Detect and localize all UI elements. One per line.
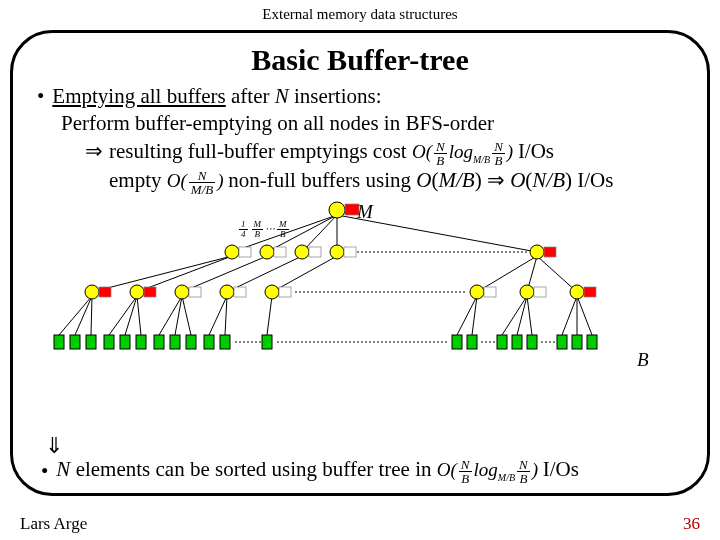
text-resulting: resulting full-buffer emptyings cost <box>109 139 412 163</box>
text-ios3: I/Os <box>543 457 579 481</box>
svg-point-46 <box>85 285 99 299</box>
text-N2: N <box>56 457 70 481</box>
line-2: Perform buffer-emptying on all nodes in … <box>61 110 683 137</box>
footer-author: Lars Arge <box>20 514 87 534</box>
line-3: ⇒ resulting full-buffer emptyings cost O… <box>85 138 683 167</box>
svg-rect-51 <box>189 287 201 297</box>
svg-rect-69 <box>154 335 164 349</box>
svg-line-22 <box>209 296 227 335</box>
svg-point-52 <box>220 285 234 299</box>
svg-rect-62 <box>584 287 596 297</box>
svg-rect-82 <box>527 335 537 349</box>
down-double-arrow-icon: ⇓ <box>45 433 63 459</box>
svg-line-16 <box>109 296 137 335</box>
implies-arrow-icon: ⇒ <box>85 138 103 167</box>
svg-line-14 <box>75 296 92 335</box>
svg-rect-85 <box>572 335 582 349</box>
bullet-2: • N elements can be sorted using buffer … <box>41 457 579 485</box>
svg-point-50 <box>175 285 189 299</box>
svg-line-28 <box>517 296 527 335</box>
svg-rect-67 <box>120 335 130 349</box>
svg-rect-55 <box>279 287 291 297</box>
svg-point-48 <box>130 285 144 299</box>
text-N: N <box>275 84 289 108</box>
svg-line-12 <box>537 256 577 292</box>
svg-rect-78 <box>467 335 477 349</box>
formula-sort: O(NBlogM/BNB) <box>437 459 543 480</box>
svg-line-29 <box>527 296 532 335</box>
text-sorted: elements can be sorted using buffer tree… <box>70 457 436 481</box>
svg-rect-68 <box>136 335 146 349</box>
svg-line-15 <box>91 296 92 335</box>
svg-rect-66 <box>104 335 114 349</box>
svg-rect-53 <box>234 287 246 297</box>
tree-diagram: 14MB⋯MB <box>37 200 697 370</box>
svg-line-30 <box>562 296 577 335</box>
text-MB: M/B <box>438 168 474 192</box>
svg-point-59 <box>520 285 534 299</box>
svg-line-13 <box>59 296 92 335</box>
svg-rect-42 <box>344 247 356 257</box>
text-NB: N/B <box>532 168 565 192</box>
svg-rect-36 <box>239 247 251 257</box>
svg-point-37 <box>260 245 274 259</box>
label-M: M <box>357 200 373 225</box>
svg-rect-72 <box>204 335 214 349</box>
slide-title: Basic Buffer-tree <box>13 43 707 77</box>
svg-point-39 <box>295 245 309 259</box>
page-header: External memory data structures <box>0 0 720 23</box>
svg-rect-58 <box>484 287 496 297</box>
slide-frame: Basic Buffer-tree • Emptying all buffers… <box>10 30 710 496</box>
svg-point-61 <box>570 285 584 299</box>
svg-point-54 <box>265 285 279 299</box>
svg-point-57 <box>470 285 484 299</box>
svg-line-9 <box>272 256 337 292</box>
footer-page-number: 36 <box>683 514 700 534</box>
svg-point-35 <box>225 245 239 259</box>
svg-line-5 <box>92 256 232 292</box>
svg-rect-73 <box>220 335 230 349</box>
formula-cost: O(NBlogM/BNB) <box>412 141 518 162</box>
svg-rect-40 <box>309 247 321 257</box>
text-O2: O <box>416 168 431 192</box>
text-ios1: I/Os <box>518 139 554 163</box>
svg-line-32 <box>577 296 592 335</box>
svg-rect-86 <box>587 335 597 349</box>
svg-point-44 <box>530 245 544 259</box>
svg-line-21 <box>182 296 191 335</box>
svg-rect-80 <box>497 335 507 349</box>
tree-svg: 14MB⋯MB <box>37 200 697 370</box>
svg-rect-75 <box>262 335 272 349</box>
svg-rect-49 <box>144 287 156 297</box>
svg-rect-71 <box>186 335 196 349</box>
formula-empty: O(NM/B) <box>167 170 229 191</box>
text-insertions: insertions: <box>289 84 382 108</box>
label-B: B <box>637 348 649 373</box>
text-empty-all: Emptying all buffers <box>52 84 225 108</box>
svg-line-8 <box>227 256 302 292</box>
text-after: after <box>226 84 275 108</box>
content-area: • Emptying all buffers after N insertion… <box>13 77 707 370</box>
svg-point-33 <box>329 202 345 218</box>
svg-line-17 <box>125 296 137 335</box>
text-nonfull: non-full buffers using <box>228 168 416 192</box>
svg-rect-77 <box>452 335 462 349</box>
svg-rect-60 <box>534 287 546 297</box>
svg-rect-45 <box>544 247 556 257</box>
text-O3: O <box>510 168 525 192</box>
svg-line-24 <box>267 296 272 335</box>
svg-rect-65 <box>86 335 96 349</box>
svg-line-23 <box>225 296 227 335</box>
svg-rect-70 <box>170 335 180 349</box>
bullet-dot-icon-2: • <box>41 459 48 484</box>
svg-rect-38 <box>274 247 286 257</box>
svg-rect-81 <box>512 335 522 349</box>
svg-rect-63 <box>54 335 64 349</box>
svg-rect-84 <box>557 335 567 349</box>
bullet-1: • Emptying all buffers after N insertion… <box>37 83 683 110</box>
svg-rect-47 <box>99 287 111 297</box>
line-4: ⇒ empty O(NM/B) non-full buffers using O… <box>85 167 683 196</box>
svg-line-18 <box>137 296 141 335</box>
svg-rect-64 <box>70 335 80 349</box>
svg-line-27 <box>502 296 527 335</box>
